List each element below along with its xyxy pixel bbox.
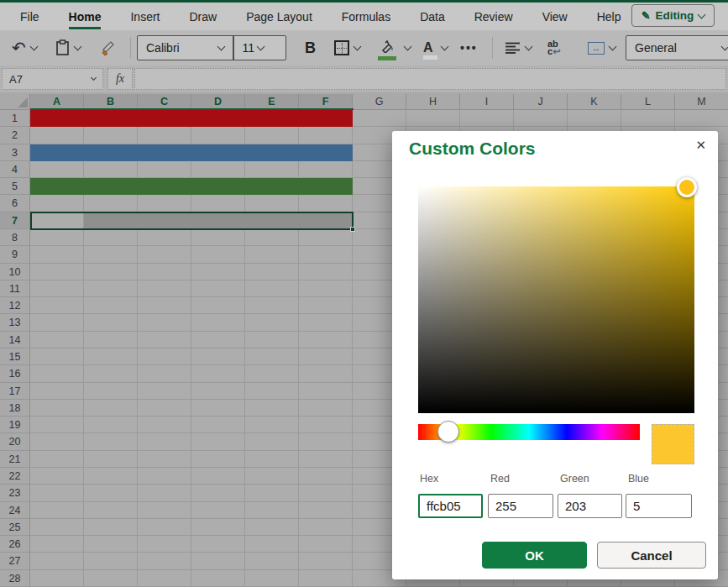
menu-item-formulas[interactable]: Formulas <box>342 10 390 24</box>
font-color-icon: A <box>423 40 433 55</box>
column-header-I[interactable]: I <box>460 94 514 110</box>
row-header-17[interactable]: 17 <box>0 383 30 400</box>
custom-colors-dialog: Custom Colors ✕ Hex Red Green Blue OK Ca… <box>392 131 718 579</box>
row-header-23[interactable]: 23 <box>0 485 30 501</box>
column-header-L[interactable]: L <box>621 94 675 110</box>
column-header-M[interactable]: M <box>675 94 728 110</box>
red-field[interactable] <box>488 494 553 518</box>
row-header-2[interactable]: 2 <box>0 127 30 144</box>
filled-range-A5:F5 <box>30 178 353 195</box>
toolbar-separator <box>492 37 493 59</box>
hue-slider-thumb[interactable] <box>437 421 459 443</box>
row-header-21[interactable]: 21 <box>0 451 30 468</box>
row-header-9[interactable]: 9 <box>0 246 30 263</box>
more-options-icon: ••• <box>460 41 478 55</box>
chevron-down-icon <box>29 43 38 51</box>
close-icon[interactable]: ✕ <box>695 138 706 153</box>
column-header-G[interactable]: G <box>353 94 406 110</box>
font-name-dropdown[interactable]: Calibri <box>138 41 218 55</box>
row-header-22[interactable]: 22 <box>0 468 30 485</box>
row-header-25[interactable]: 25 <box>0 519 30 536</box>
menu-item-data[interactable]: Data <box>420 10 445 24</box>
row-header-20[interactable]: 20 <box>0 433 30 450</box>
menu-item-view[interactable]: View <box>542 10 568 24</box>
row-header-4[interactable]: 4 <box>0 161 30 178</box>
menu-item-draw[interactable]: Draw <box>189 10 217 24</box>
row-header-19[interactable]: 19 <box>0 417 30 433</box>
chevron-down-icon[interactable] <box>217 43 226 51</box>
blue-field[interactable] <box>626 494 692 518</box>
menu-item-help[interactable]: Help <box>597 10 621 24</box>
row-header-8[interactable]: 8 <box>0 229 30 246</box>
merge-cells-button[interactable]: ↔ <box>588 35 615 60</box>
fx-button[interactable]: fx <box>107 68 133 90</box>
format-painter-icon <box>101 39 119 56</box>
font-size-dropdown[interactable]: 11 <box>234 41 258 55</box>
row-header-16[interactable]: 16 <box>0 365 30 382</box>
fill-color-button[interactable] <box>378 35 411 60</box>
row-header-13[interactable]: 13 <box>0 314 30 331</box>
menu-item-file[interactable]: File <box>20 10 39 24</box>
borders-button[interactable] <box>334 35 360 60</box>
format-painter-button[interactable] <box>101 35 119 60</box>
row-header-3[interactable]: 3 <box>0 144 30 161</box>
font-color-bar <box>423 55 437 60</box>
row-header-27[interactable]: 27 <box>0 553 30 569</box>
chevron-down-icon <box>525 43 533 51</box>
row-header-15[interactable]: 15 <box>0 349 30 365</box>
cancel-button[interactable]: Cancel <box>597 542 706 569</box>
green-label: Green <box>560 473 589 485</box>
row-header-24[interactable]: 24 <box>0 502 30 519</box>
wrap-text-button[interactable]: ab c↩ <box>547 35 560 60</box>
row-header-7[interactable]: 7 <box>0 212 30 229</box>
column-header-J[interactable]: J <box>514 94 568 110</box>
row-header-1[interactable]: 1 <box>0 110 30 127</box>
row-header-12[interactable]: 12 <box>0 297 30 314</box>
fx-icon: fx <box>116 72 124 86</box>
undo-icon: ↶ <box>12 39 26 56</box>
alignment-button[interactable] <box>505 35 532 60</box>
chevron-down-icon <box>404 43 412 51</box>
fill-color-icon <box>378 39 396 56</box>
bold-icon: B <box>305 39 316 57</box>
dialog-title: Custom Colors <box>409 139 536 159</box>
more-options-button[interactable]: ••• <box>460 35 478 60</box>
column-header-K[interactable]: K <box>568 94 621 110</box>
formula-input[interactable] <box>134 68 726 90</box>
row-header-26[interactable]: 26 <box>0 536 30 553</box>
hex-field[interactable] <box>418 494 483 518</box>
hue-slider[interactable] <box>418 424 640 440</box>
green-field[interactable] <box>558 494 622 518</box>
row-header-10[interactable]: 10 <box>0 264 30 280</box>
menu-item-page-layout[interactable]: Page Layout <box>246 10 312 24</box>
font-color-button[interactable]: A <box>423 35 448 60</box>
ok-button[interactable]: OK <box>482 542 587 569</box>
row-header-14[interactable]: 14 <box>0 332 30 349</box>
formula-bar-row: A7 fx <box>0 66 728 92</box>
editing-mode-button[interactable]: ✎ Editing <box>631 4 715 27</box>
chevron-down-icon[interactable] <box>256 43 264 51</box>
row-header-11[interactable]: 11 <box>0 280 30 297</box>
chevron-down-icon <box>440 43 448 51</box>
row-header-28[interactable]: 28 <box>0 570 30 587</box>
row-header-5[interactable]: 5 <box>0 178 30 195</box>
column-header-H[interactable]: H <box>406 94 460 110</box>
menu-item-insert[interactable]: Insert <box>130 10 160 24</box>
select-all-corner[interactable] <box>0 94 30 110</box>
menu-item-home[interactable]: Home <box>69 10 102 24</box>
chevron-down-icon <box>354 43 362 51</box>
fill-color-bar <box>378 56 396 60</box>
saturation-value-area[interactable] <box>418 186 694 413</box>
color-picker-thumb[interactable] <box>677 177 697 197</box>
bold-button[interactable]: B <box>305 35 316 60</box>
paste-button[interactable] <box>55 35 81 60</box>
row-header-18[interactable]: 18 <box>0 400 30 417</box>
menu-item-review[interactable]: Review <box>474 10 513 24</box>
undo-button[interactable]: ↶ <box>12 35 37 60</box>
name-box[interactable]: A7 <box>2 68 103 90</box>
row-header-6[interactable]: 6 <box>0 195 30 212</box>
selected-color-swatch <box>652 424 694 464</box>
filled-range-A1:F1 <box>30 110 353 127</box>
selection-fill-handle[interactable] <box>350 227 355 232</box>
number-format-dropdown[interactable]: General <box>626 35 728 60</box>
